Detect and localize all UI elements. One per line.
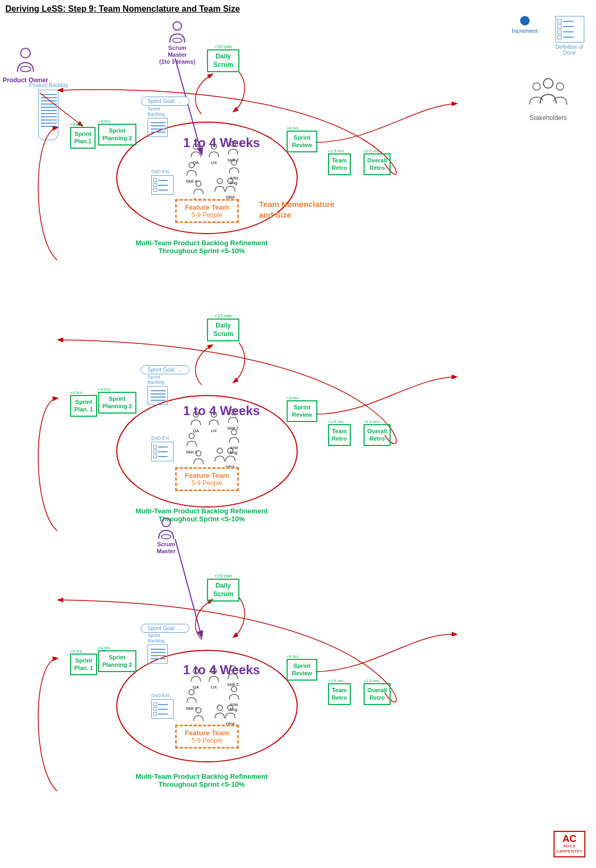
refinement-2: Multi-Team Product Backlog RefinementThr… [90,507,313,523]
svg-point-15 [196,181,201,186]
increment-legend: Increment [512,16,538,34]
feature-team-box-1: Feature Team 5-9 People [175,199,239,223]
ux-person-1: UX [208,143,220,165]
pb-label: Product Backlog [29,82,68,88]
svg-point-24 [217,448,222,453]
stakeholders-area: Stakeholders [527,77,569,122]
svg-point-33 [196,708,201,713]
dod-legend: Definition of Done [554,16,585,56]
ux-person-3: UX [208,668,220,690]
sm1-label: ScrumMaster(1to 3 teams) [159,45,195,66]
qa-person-3: QA [190,668,202,690]
daily-scrum-2: <15 min DailyScrum [207,313,239,341]
overall-retro-3: <1.5 hrs. OverallRetro [364,678,391,705]
product-owner-area: Product Owner [3,48,48,84]
product-owner-icon [15,48,36,74]
skillz-person-2: Skill Z [227,409,239,431]
sprint-backlog-1: SprintBacklog [148,106,168,137]
svg-point-11 [211,144,217,149]
sprint-review-1: <4 hrs. SprintReview [287,126,317,152]
team-retro-3: <1.5 hrs. TeamRetro [328,678,351,705]
sprint-backlog-3: SprintBacklog [148,633,168,664]
page-title: Deriving LeSS: Step 9: Team Nomenclature… [5,4,240,14]
svg-point-8 [173,22,182,30]
svg-point-17 [228,178,233,184]
svg-point-29 [211,668,217,674]
product-backlog-area: Product Backlog [29,82,68,140]
dod-ext-2: DoD Ext. [151,435,174,461]
sprint-goal-1: Sprint Goal: … [141,97,189,106]
sprint-plan-2: <4 hrs. SprintPlan. 1 [70,390,97,417]
overall-retro-1: <1.5 hrs. OverallRetro [364,149,391,175]
dba-person-3b: DBA [224,704,236,726]
skillz-person-3: Skill Z [227,665,239,687]
svg-point-3 [533,83,540,90]
svg-point-26 [162,518,170,527]
ac-name: AGILECARPENTRY [556,844,582,854]
sprint-backlog-2: SprintBacklog [148,374,168,405]
refinement-3: Multi-Team Product Backlog RefinementThr… [90,772,313,788]
svg-point-35 [228,705,233,710]
svg-point-19 [211,412,217,417]
svg-point-25 [228,448,233,453]
feature-team-box-3: Feature Team 5-9 People [175,725,239,749]
svg-point-23 [196,451,201,456]
dba-person-1b: DBA [224,178,236,200]
sprint-plan-1: <4 hrs. SprintPlan.1 [70,122,96,149]
svg-point-9 [172,38,182,42]
svg-point-22 [231,429,237,435]
dba-person-2a [214,448,226,465]
sprint-plan-3: <4 hrs. SprintPlan. 1 [70,649,97,675]
overall-retro-2: <1.5 hrs. OverallRetro [364,419,391,446]
ac-initials: AC [563,834,576,844]
team-retro-2: <1.5 hrs. TeamRetro [328,419,351,446]
svg-point-13 [189,162,194,168]
daily-scrum-3: <15 min DailyScrum [207,573,239,601]
sprint-goal-2: Sprint Goal: … [141,365,189,374]
svg-point-12 [230,141,236,147]
svg-point-0 [21,48,30,58]
dod-ext-3: DoD Ext. [151,693,174,719]
daily-scrum-1: <15 min DailyScrum [207,44,239,72]
svg-point-2 [543,79,553,88]
qa-person-2: QA [190,411,202,433]
scrum-master-1: ScrumMaster(1to 3 teams) [159,21,195,66]
dod-label: Definition of Done [554,44,585,56]
ac-logo: AC AGILECARPENTRY [554,831,585,857]
dba-person-1a [214,178,226,195]
sprint-review-2: <4 hrs. SprintReview [287,396,317,422]
dba-person-2b: DBA [224,448,236,469]
svg-point-1 [20,66,31,72]
team-nom-label: Team Nomenclatureand Size [259,199,334,220]
svg-point-31 [189,690,194,695]
sprint-planning2-1: <4 hrs. SprintPlanning 2 [98,119,136,145]
increment-dot [520,16,530,25]
sprint-planning2-3: <4 hrs. SprintPlanning 2 [98,646,136,672]
svg-point-21 [189,433,194,439]
svg-point-18 [193,412,198,417]
sprint-planning2-2: <4 hrs. SprintPlanning 2 [98,387,136,414]
sprint-goal-3: Sprint Goal: … [141,624,189,633]
svg-point-27 [161,535,171,539]
scrum-master-3: ScrumMaster [157,518,176,555]
dba-person-3a [214,704,226,721]
svg-point-30 [230,666,236,671]
svg-point-14 [231,160,237,165]
svg-point-28 [193,668,198,674]
stakeholders-label: Stakeholders [530,114,567,122]
legend-area: Increment Definition of Done [512,16,585,56]
team-retro-1: <1.5 hrs. TeamRetro [328,149,351,175]
svg-point-4 [556,83,564,90]
feature-team-box-2: Feature Team 5-9 People [175,467,239,491]
svg-point-16 [217,178,222,184]
svg-point-20 [230,409,236,415]
ux-person-2: UX [208,411,220,433]
dod-ext-1: DoD Ext. [151,169,174,195]
dod-box [555,16,584,42]
svg-point-34 [217,705,222,710]
sprint-review-3: <4 hrs. SprintReview [287,654,317,681]
svg-point-32 [231,686,237,692]
stakeholders-icon [527,77,569,111]
increment-label: Increment [512,28,538,34]
refinement-1: Multi-Team Product Backlog RefinementThr… [90,239,313,255]
